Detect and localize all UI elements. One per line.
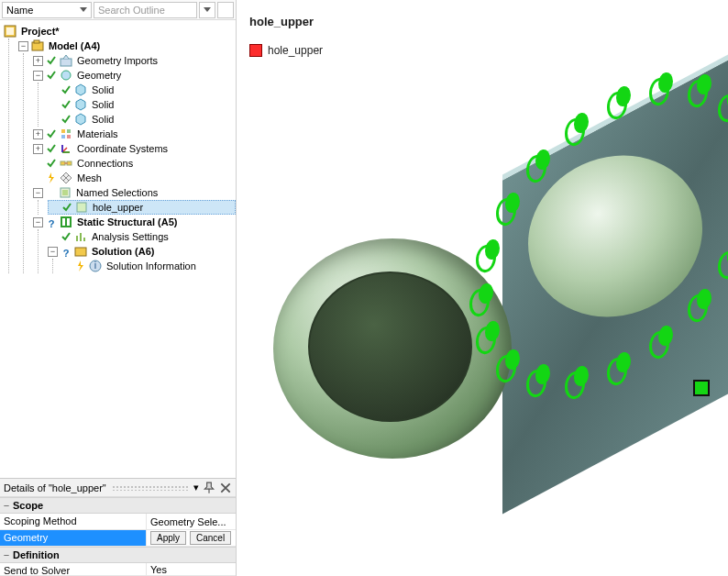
status-bolt-icon — [75, 260, 86, 271]
section-collapse-toggle[interactable]: − — [0, 549, 13, 560]
section-collapse-toggle[interactable]: − — [0, 500, 13, 511]
tree-geometry[interactable]: − Geometry — [33, 68, 236, 83]
collapse-toggle[interactable]: − — [18, 41, 28, 51]
tree-label: Analysis Settings — [90, 229, 171, 244]
model-icon — [31, 39, 44, 52]
mesh-icon — [60, 172, 72, 184]
selected-hole-face — [485, 238, 500, 260]
tree-solid[interactable]: Solid — [48, 112, 236, 127]
status-check-icon — [46, 55, 57, 66]
svg-rect-4 — [61, 59, 72, 66]
tree-hole-upper[interactable]: hole_upper — [48, 200, 236, 215]
outline-filter-bar: Name Search Outline — [0, 0, 236, 20]
graphics-viewport[interactable]: hole_upper hole_upper — [237, 0, 728, 576]
status-check-icon — [46, 158, 57, 169]
analysis-settings-icon — [74, 230, 87, 243]
tree-label: Coordinate Systems — [75, 141, 170, 156]
tree-label: Geometry Imports — [75, 53, 160, 68]
filter-field-dropdown[interactable]: Name — [2, 2, 92, 18]
property-name: Scoping Method — [0, 514, 147, 529]
status-check-icon — [61, 114, 72, 125]
status-check-icon — [46, 143, 57, 154]
search-clear-button[interactable] — [217, 2, 234, 18]
collapse-toggle[interactable]: − — [33, 71, 43, 81]
tree-coordinate-systems[interactable]: + Coordinate Systems — [33, 141, 236, 156]
cancel-button[interactable]: Cancel — [190, 531, 231, 545]
panel-dropdown-button[interactable]: ▾ — [193, 482, 199, 493]
section-label: Definition — [13, 549, 60, 560]
apply-button[interactable]: Apply — [150, 531, 186, 545]
tree-model[interactable]: − Model (A4) — [18, 39, 236, 53]
pin-icon[interactable] — [203, 482, 215, 494]
details-row-scoping-method[interactable]: Scoping Method Geometry Sele... — [0, 514, 236, 530]
solid-icon — [74, 98, 87, 111]
tree-geometry-imports[interactable]: + Geometry Imports — [33, 53, 236, 68]
expand-toggle[interactable]: + — [33, 129, 43, 139]
chevron-down-icon — [204, 7, 211, 12]
svg-rect-19 — [76, 236, 78, 241]
status-check-icon — [46, 128, 57, 139]
svg-rect-7 — [67, 129, 71, 133]
tree-solid[interactable]: Solid — [48, 83, 236, 97]
details-section-definition[interactable]: − Definition — [0, 547, 236, 563]
property-value[interactable]: Yes — [147, 563, 236, 575]
scene-3d[interactable] — [237, 0, 728, 576]
expand-toggle[interactable]: + — [33, 56, 43, 66]
outline-tree[interactable]: Project* − Model (A4) + Geometry Imports — [0, 20, 236, 478]
search-options-dropdown[interactable] — [199, 2, 215, 18]
expand-toggle[interactable]: + — [33, 144, 43, 154]
property-value[interactable]: Geometry Sele... — [147, 514, 236, 529]
tree-label: Mesh — [75, 171, 104, 185]
tree-label: hole_upper — [91, 200, 145, 215]
collapse-toggle[interactable]: − — [48, 247, 58, 257]
section-label: Scope — [13, 500, 43, 511]
collapse-toggle[interactable]: − — [33, 217, 43, 227]
geometry-imports-icon — [60, 54, 72, 67]
tree-label: Model (A4) — [47, 39, 102, 53]
tree-analysis-settings[interactable]: Analysis Settings — [48, 229, 236, 244]
status-question-icon: ? — [46, 216, 57, 227]
tree-solution-information[interactable]: i Solution Information — [62, 259, 236, 273]
close-icon[interactable] — [219, 482, 232, 494]
tree-named-selections[interactable]: − Named Selections — [33, 185, 236, 200]
tree-connections[interactable]: Connections — [33, 156, 236, 171]
svg-rect-9 — [67, 135, 71, 138]
svg-rect-12 — [64, 162, 68, 164]
outline-search-input[interactable]: Search Outline — [94, 2, 197, 18]
named-selection-icon — [75, 201, 88, 214]
details-row-geometry[interactable]: Geometry Apply Cancel — [0, 530, 236, 547]
status-check-icon — [61, 99, 72, 110]
materials-icon — [60, 127, 72, 140]
tree-project[interactable]: Project* — [4, 24, 236, 39]
tree-label: Named Selections — [74, 185, 160, 200]
details-row-send-to-solver[interactable]: Send to Solver Yes — [0, 563, 236, 576]
status-check-icon — [61, 231, 72, 242]
tree-materials[interactable]: + Materials — [33, 127, 236, 141]
details-section-scope[interactable]: − Scope — [0, 497, 236, 514]
status-question-icon: ? — [61, 246, 72, 257]
project-icon — [4, 25, 17, 38]
tree-static-structural[interactable]: − ? Static Structural (A5) — [33, 215, 236, 229]
property-value-geometry: Apply Cancel — [147, 530, 236, 546]
details-title-bar[interactable]: Details of "hole_upper" ▾ — [0, 479, 236, 497]
collapse-toggle[interactable]: − — [33, 188, 43, 198]
svg-rect-16 — [61, 216, 72, 227]
svg-rect-1 — [6, 28, 14, 35]
tree-label: Static Structural (A5) — [75, 215, 179, 229]
solution-information-icon: i — [89, 260, 102, 272]
tree-label: Geometry — [75, 68, 123, 83]
property-name: Send to Solver — [0, 563, 147, 575]
named-selections-icon — [59, 186, 72, 199]
tree-solution[interactable]: − ? Solution (A6) — [48, 244, 236, 259]
geometry-icon — [60, 69, 72, 82]
tree-label: Solution Information — [105, 259, 198, 273]
tree-mesh[interactable]: Mesh — [33, 171, 236, 185]
search-placeholder: Search Outline — [98, 5, 165, 16]
svg-text:i: i — [94, 260, 96, 271]
svg-point-5 — [61, 71, 71, 80]
tree-solid[interactable]: Solid — [48, 97, 236, 112]
tree-label: Solution (A6) — [90, 244, 156, 259]
svg-rect-20 — [80, 233, 82, 241]
static-structural-icon — [60, 216, 72, 228]
chevron-down-icon — [80, 7, 87, 12]
